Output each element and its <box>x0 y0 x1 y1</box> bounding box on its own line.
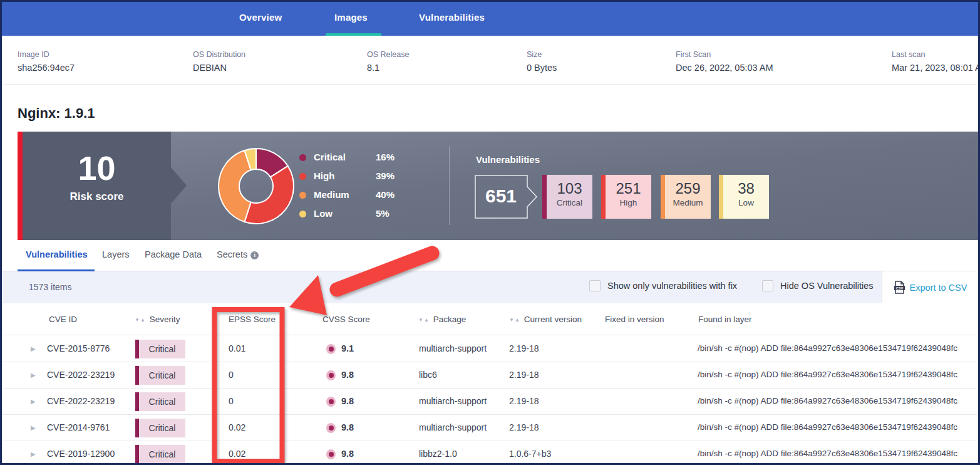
severity-badge: Critical <box>135 366 185 385</box>
risk-score-section: 10 Risk score <box>23 132 171 240</box>
legend-percent: 5% <box>376 208 389 219</box>
col-severity[interactable]: ▼▲Severity <box>135 315 180 324</box>
hide-os-checkbox[interactable] <box>762 280 773 291</box>
meta-label: Last scan <box>892 50 980 59</box>
detail-tabs: Vulnerabilities Layers Package Data Secr… <box>2 240 978 271</box>
legend-percent: 39% <box>376 170 395 181</box>
risk-chevron-pointer <box>171 167 187 204</box>
table-row[interactable]: ▶ CVE-2019-12900 Critical 0.02 9.8 libbz… <box>2 441 978 465</box>
risk-accent-bar <box>18 132 23 240</box>
col-cve-id: CVE ID <box>49 315 77 324</box>
package-cell: libc6 <box>419 370 437 380</box>
critical-label: Critical <box>547 198 592 207</box>
critical-count: 103 <box>547 180 592 197</box>
col-current-version[interactable]: ▼▲Current version <box>509 315 582 324</box>
low-dot-icon <box>299 211 306 217</box>
package-cell: multiarch-support <box>419 343 487 353</box>
table-toolbar: 1573 items Show only vulnerabilities wit… <box>2 271 978 303</box>
meta-os-distribution: OS Distribution DEBIAN <box>193 50 245 73</box>
critical-dot-icon <box>299 154 306 161</box>
low-count: 38 <box>723 180 769 197</box>
table-row[interactable]: ▶ CVE-2022-23219 Critical 0 9.8 libc6 2.… <box>2 362 978 389</box>
with-fix-label: Show only vulnerabilities with fix <box>607 281 737 291</box>
legend-percent: 16% <box>376 152 395 162</box>
expand-row-icon[interactable]: ▶ <box>31 424 36 431</box>
info-icon: i <box>250 251 259 259</box>
epss-score-cell: 0.02 <box>229 449 245 459</box>
expand-row-icon[interactable]: ▶ <box>31 372 36 379</box>
cve-id-cell: CVE-2015-8776 <box>47 343 110 353</box>
table-row[interactable]: ▶ CVE-2015-8776 Critical 0.01 9.1 multia… <box>2 336 978 362</box>
severity-badge: Critical <box>135 392 185 411</box>
items-count: 1573 items <box>29 282 71 292</box>
high-label: High <box>606 198 651 207</box>
cvss-severity-icon <box>326 370 336 380</box>
sort-icon[interactable]: ▼▲ <box>135 317 146 323</box>
table-row[interactable]: ▶ CVE-2022-23219 Critical 0 9.8 multiarc… <box>2 389 978 415</box>
cvss-score-cell: 9.8 <box>341 396 354 406</box>
sort-icon[interactable]: ▼▲ <box>418 317 430 323</box>
epss-score-cell: 0.02 <box>229 422 245 432</box>
tab-layers[interactable]: Layers <box>102 249 130 259</box>
expand-row-icon[interactable]: ▶ <box>31 398 36 405</box>
col-severity-label: Severity <box>150 315 180 324</box>
nav-tab-images[interactable]: Images <box>334 12 368 23</box>
expand-row-icon[interactable]: ▶ <box>31 345 36 352</box>
risk-summary-panel: 10 Risk score Critical 16% High 39% Medi… <box>18 132 978 240</box>
meta-value: sha256:94ec7 <box>18 63 75 73</box>
tab-vulnerabilities[interactable]: Vulnerabilities <box>26 249 88 259</box>
meta-image-id: Image ID sha256:94ec7 <box>18 50 75 73</box>
cve-id-cell: CVE-2019-12900 <box>47 449 115 459</box>
meta-size: Size 0 Bytes <box>527 50 557 73</box>
meta-last-scan: Last scan Mar 21, 2023, 08:01 A <box>892 50 980 73</box>
meta-value: 0 Bytes <box>527 63 557 73</box>
cvss-score-cell: 9.8 <box>341 449 354 459</box>
sort-icon[interactable]: ▼▲ <box>509 317 520 323</box>
hide-os-label: Hide OS Vulnerabilities <box>780 281 874 291</box>
filter-hide-os[interactable]: Hide OS Vulnerabilities <box>762 280 874 291</box>
cvss-severity-icon <box>326 397 336 407</box>
severity-donut-chart <box>214 144 298 228</box>
high-count-card: 251 High <box>601 175 651 219</box>
epss-score-cell: 0.01 <box>229 343 245 353</box>
legend-label: Medium <box>314 189 349 200</box>
table-row[interactable]: ▶ CVE-2014-9761 Critical 0.02 9.8 multia… <box>2 415 978 441</box>
found-in-layer-cell: /bin/sh -c #(nop) ADD file:864a9927c63e4… <box>698 449 957 458</box>
high-dot-icon <box>299 173 306 180</box>
found-in-layer-cell: /bin/sh -c #(nop) ADD file:864a9927c63e4… <box>698 396 957 405</box>
current-version-cell: 2.19-18 <box>509 396 539 406</box>
medium-label: Medium <box>665 198 711 207</box>
vulnerability-table-header: CVE ID ▼▲Severity EPSS Score CVSS Score … <box>2 303 978 335</box>
package-cell: libbz2-1.0 <box>419 449 457 459</box>
svg-text:CSV: CSV <box>895 286 903 290</box>
package-cell: multiarch-support <box>419 422 487 432</box>
risk-score-value: 10 <box>23 149 171 187</box>
col-package[interactable]: ▼▲Package <box>418 315 466 324</box>
cve-id-cell: CVE-2014-9761 <box>47 422 110 432</box>
tab-secrets-label: Secrets <box>217 249 247 259</box>
current-version-cell: 2.19-18 <box>509 370 539 380</box>
medium-count-card: 259 Medium <box>661 175 711 219</box>
cvss-severity-icon <box>326 449 336 459</box>
meta-value: 8.1 <box>367 63 409 73</box>
current-version-cell: 1.0.6-7+b3 <box>509 449 551 459</box>
epss-score-cell: 0 <box>229 396 234 406</box>
meta-label: Image ID <box>18 50 75 59</box>
meta-label: OS Release <box>367 50 409 59</box>
with-fix-checkbox[interactable] <box>589 280 601 291</box>
filter-with-fix[interactable]: Show only vulnerabilities with fix <box>589 280 737 291</box>
vulnerabilities-summary-title: Vulnerabilities <box>476 154 540 165</box>
expand-row-icon[interactable]: ▶ <box>31 451 36 457</box>
page-title: Nginx: 1.9.1 <box>18 105 95 122</box>
nav-tab-vulnerabilities[interactable]: Vulnerabilities <box>419 12 485 23</box>
nav-tab-overview[interactable]: Overview <box>239 12 282 23</box>
cvss-score-cell: 9.8 <box>341 422 354 432</box>
top-navbar: Overview Images Vulnerabilities <box>2 2 978 36</box>
col-current-version-label: Current version <box>524 315 582 324</box>
legend-label: Critical <box>314 152 346 162</box>
tab-package-data[interactable]: Package Data <box>145 249 202 259</box>
tab-secrets[interactable]: Secretsi <box>217 249 259 259</box>
col-epss-score: EPSS Score <box>229 315 276 324</box>
export-to-csv-button[interactable]: CSV Export to CSV <box>882 271 978 303</box>
meta-value: Mar 21, 2023, 08:01 A <box>892 63 980 73</box>
